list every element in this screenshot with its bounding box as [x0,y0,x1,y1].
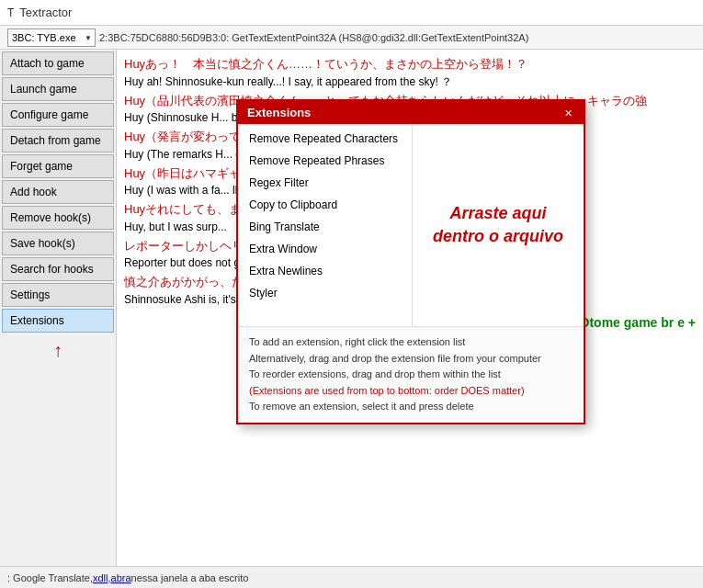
footer-line-5: To remove an extension, select it and pr… [249,399,573,415]
app-title: Textractor [19,6,72,19]
drag-area[interactable]: Arraste aquidentro o arquivo [413,124,584,326]
sidebar-btn-detach-from-game[interactable]: Detach from game [2,129,114,153]
text-line-1: Huyあっ！ 本当に慎之介くん……！ていうか、まさかの上空から登場！？ Huy … [124,55,696,90]
app-icon: T [7,6,14,19]
ext-remove-repeated-chars[interactable]: Remove Repeated Characters [238,128,412,150]
status-link-1[interactable]: xdll [93,572,108,583]
ext-extra-window[interactable]: Extra Window [238,238,412,260]
sidebar: Attach to game Launch game Configure gam… [0,50,117,566]
status-bar: : Google Translate, xdll , abra nessa ja… [0,566,703,588]
sidebar-btn-forget-game[interactable]: Forget game [2,154,114,178]
footer-line-4: (Extensions are used from top to bottom:… [249,383,573,400]
footer-line-2: Alternatively, drag and drop the extensi… [249,351,573,368]
status-text: : Google Translate, [7,572,93,583]
main-layout: Attach to game Launch game Configure gam… [0,50,703,566]
sidebar-btn-add-hook[interactable]: Add hook [2,180,114,204]
sidebar-btn-attach-to-game[interactable]: Attach to game [2,51,114,75]
process-select[interactable]: 3BC: TYB.exe [7,28,96,47]
modal-title-bar: Extensions × [238,101,584,124]
address-bar: 3BC: TYB.exe 2:3BC:75DC6880:56D9B3:0: Ge… [0,26,703,50]
ext-copy-to-clipboard[interactable]: Copy to Clipboard [238,194,412,216]
ext-extra-newlines[interactable]: Extra Newlines [238,260,412,282]
japanese-text-1: Huyあっ！ 本当に慎之介くん……！ていうか、まさかの上空から登場！？ [124,55,696,74]
status-suffix: nessa janela a aba escrito [131,572,249,583]
sidebar-btn-launch-game[interactable]: Launch game [2,77,114,101]
sidebar-btn-search-for-hooks[interactable]: Search for hooks [2,257,114,281]
sidebar-btn-extensions[interactable]: Extensions [2,309,114,333]
english-text-1: Huy ah! Shinnosuke-kun really...! I say,… [124,74,696,90]
title-bar: T Textractor [0,0,703,26]
ext-bing-translate[interactable]: Bing Translate [238,216,412,238]
extensions-list: Remove Repeated Characters Remove Repeat… [238,124,413,326]
ext-remove-repeated-phrases[interactable]: Remove Repeated Phrases [238,150,412,172]
footer-line-1: To add an extension, right click the ext… [249,334,573,351]
sidebar-btn-configure-game[interactable]: Configure game [2,103,114,127]
sidebar-btn-save-hooks[interactable]: Save hook(s) [2,232,114,255]
ext-styler[interactable]: Styler [238,282,412,304]
arrow-indicator: ↑ [2,334,114,363]
extensions-modal: Extensions × Remove Repeated Characters … [236,99,585,424]
content-area: Huyあっ！ 本当に慎之介くん……！ていうか、まさかの上空から登場！？ Huy … [117,50,703,566]
sidebar-btn-settings[interactable]: Settings [2,283,114,307]
modal-title: Extensions [247,106,311,119]
modal-footer: To add an extension, right click the ext… [238,326,584,423]
status-link-2[interactable]: abra [111,572,131,583]
footer-line-3: To reorder extensions, drag and drop the… [249,367,573,383]
sidebar-btn-remove-hooks[interactable]: Remove hook(s) [2,206,114,230]
modal-close-button[interactable]: × [562,106,574,119]
hook-address: 2:3BC:75DC6880:56D9B3:0: GetTextExtentPo… [99,32,528,43]
modal-body: Remove Repeated Characters Remove Repeat… [238,124,584,326]
drag-text: Arraste aquidentro o arquivo [433,202,563,248]
ext-regex-filter[interactable]: Regex Filter [238,172,412,194]
